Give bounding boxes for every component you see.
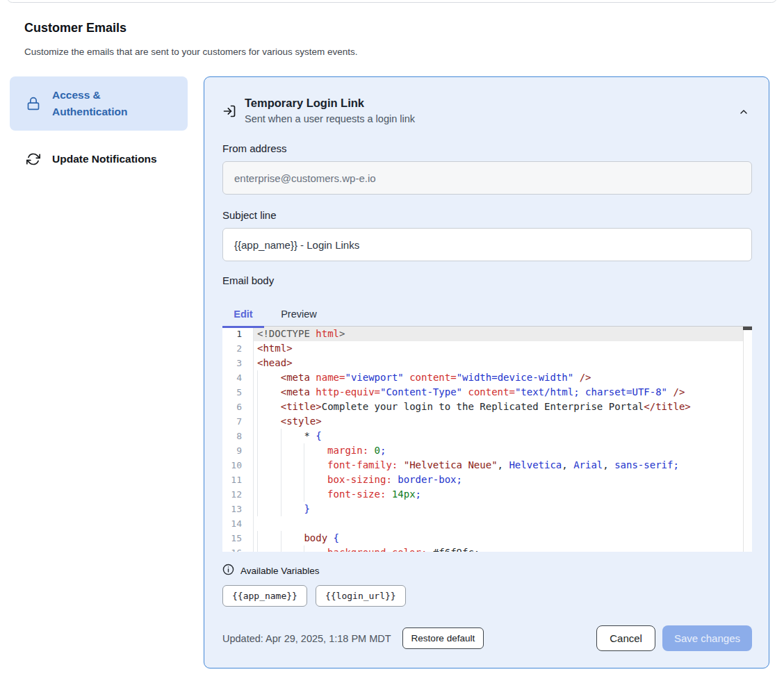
- variable-chips: {{app_name}}{{login_url}}: [222, 585, 752, 607]
- line-number: 9: [222, 443, 253, 458]
- line-number: 5: [222, 385, 253, 400]
- updated-timestamp: Updated: Apr 29, 2025, 1:18 PM MDT: [222, 633, 391, 644]
- panel-subtitle: Sent when a user requests a login link: [245, 113, 735, 124]
- sidebar-item-update-notifications[interactable]: Update Notifications: [10, 142, 188, 176]
- line-number: 8: [222, 429, 253, 443]
- tab-edit[interactable]: Edit: [222, 302, 264, 326]
- sidebar-item-label: Update Notifications: [52, 151, 157, 167]
- code-line[interactable]: 13 }: [222, 502, 752, 516]
- panel-title: Temporary Login Link: [245, 97, 735, 110]
- panel-header: Temporary Login Link Sent when a user re…: [222, 97, 752, 124]
- cancel-button[interactable]: Cancel: [596, 625, 655, 651]
- subject-line-label: Subject line: [222, 209, 752, 221]
- code-line[interactable]: 11 box-sizing: border-box;: [222, 473, 752, 487]
- editor-scrollbar-thumb[interactable]: [743, 327, 752, 330]
- available-variables-label: Available Variables: [240, 566, 320, 576]
- line-number: 4: [222, 370, 253, 385]
- save-changes-button[interactable]: Save changes: [662, 625, 752, 651]
- line-number: 1: [222, 327, 253, 341]
- code-line[interactable]: 16 background-color: #f6f9fc;: [222, 545, 752, 552]
- code-line[interactable]: 4 <meta name="viewport" content="width=d…: [222, 370, 752, 385]
- footer-actions: Cancel Save changes: [596, 625, 752, 651]
- line-number: 10: [222, 458, 253, 473]
- info-icon: [222, 564, 234, 578]
- code-editor-lines: 1<!DOCTYPE html>2<html>3<head>4 <meta na…: [222, 327, 752, 552]
- refresh-icon: [26, 152, 40, 166]
- line-number: 2: [222, 341, 253, 356]
- code-line[interactable]: 14: [222, 516, 752, 531]
- lock-icon: [26, 97, 40, 110]
- variable-chip[interactable]: {{app_name}}: [222, 585, 307, 607]
- restore-default-button[interactable]: Restore default: [402, 627, 484, 649]
- available-variables-header: Available Variables: [222, 564, 752, 578]
- line-number: 7: [222, 414, 253, 429]
- line-number: 3: [222, 356, 253, 370]
- panel-footer: Updated: Apr 29, 2025, 1:18 PM MDT Resto…: [222, 625, 752, 651]
- code-line[interactable]: 5 <meta http-equiv="Content-Type" conten…: [222, 385, 752, 400]
- code-line[interactable]: 15 body {: [222, 531, 752, 545]
- line-number: 6: [222, 400, 253, 414]
- code-line[interactable]: 3<head>: [222, 356, 752, 370]
- code-editor[interactable]: 1<!DOCTYPE html>2<html>3<head>4 <meta na…: [222, 326, 752, 552]
- email-body-label: Email body: [222, 274, 752, 286]
- code-line[interactable]: 8 * {: [222, 429, 752, 443]
- code-line[interactable]: 9 margin: 0;: [222, 443, 752, 458]
- code-line[interactable]: 10 font-family: "Helvetica Neue", Helvet…: [222, 458, 752, 473]
- editor-tabs: EditPreview: [222, 302, 752, 326]
- email-settings-panel: Temporary Login Link Sent when a user re…: [204, 76, 769, 668]
- login-icon: [222, 104, 236, 121]
- page-title: Customer Emails: [24, 21, 126, 35]
- previous-card-bottom-edge: [7, 0, 777, 3]
- sidebar-item-label: Access & Authentication: [52, 87, 142, 120]
- chevron-up-icon: [738, 109, 749, 120]
- editor-scrollbar-track[interactable]: [743, 327, 752, 552]
- code-line[interactable]: 6 <title>Complete your login to the Repl…: [222, 400, 752, 414]
- from-address-input[interactable]: [222, 161, 752, 195]
- gutter-divider: [253, 327, 254, 552]
- code-line[interactable]: 12 font-size: 14px;: [222, 487, 752, 502]
- code-line[interactable]: 7 <style>: [222, 414, 752, 429]
- collapse-button[interactable]: [735, 104, 752, 122]
- line-number: 16: [222, 545, 253, 552]
- line-number: 11: [222, 473, 253, 487]
- line-number: 13: [222, 502, 253, 516]
- from-address-label: From address: [222, 142, 752, 154]
- line-number: 12: [222, 487, 253, 502]
- variable-chip[interactable]: {{login_url}}: [316, 585, 406, 607]
- tab-preview[interactable]: Preview: [264, 302, 334, 326]
- subject-line-input[interactable]: [222, 228, 752, 261]
- page-subtitle: Customize the emails that are sent to yo…: [24, 47, 357, 57]
- panel-header-text: Temporary Login Link Sent when a user re…: [245, 97, 735, 124]
- line-number: 14: [222, 516, 253, 531]
- sidebar-item-access-authentication[interactable]: Access & Authentication: [10, 76, 188, 131]
- code-line[interactable]: 2<html>: [222, 341, 752, 356]
- line-number: 15: [222, 531, 253, 545]
- email-types-sidebar: Access & AuthenticationUpdate Notificati…: [10, 76, 188, 176]
- code-line[interactable]: 1<!DOCTYPE html>: [222, 327, 752, 341]
